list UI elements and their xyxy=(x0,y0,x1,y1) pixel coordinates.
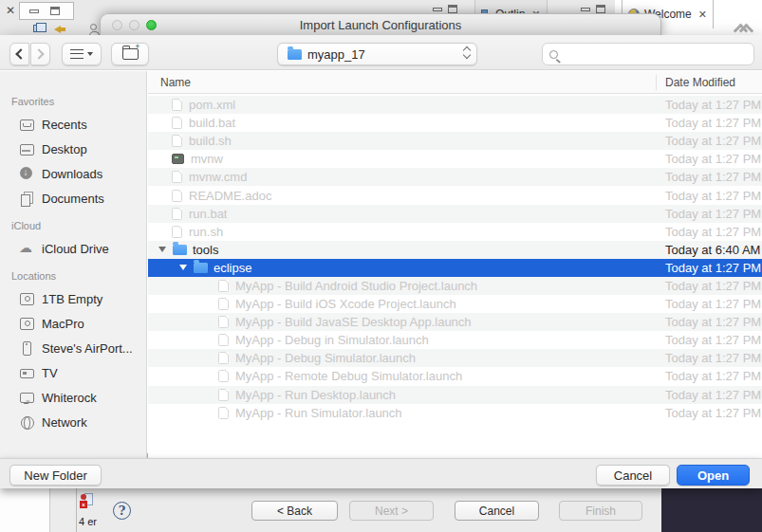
disclosure-triangle-icon[interactable] xyxy=(179,265,187,270)
location-popup[interactable]: myapp_17 xyxy=(277,43,477,65)
date-modified: Today at 1:27 PM xyxy=(665,152,761,166)
file-row-myapp-debug-simulator-launch[interactable]: MyApp - Debug Simulator.launchToday at 1… xyxy=(148,349,762,367)
disclosure-triangle-icon[interactable] xyxy=(158,247,166,252)
sidebar-item-documents[interactable]: Documents xyxy=(0,186,146,211)
traffic-lights xyxy=(112,20,157,30)
sidebar-item-desktop[interactable]: Desktop xyxy=(0,137,146,161)
new-folder-toolbar-button[interactable] xyxy=(111,43,149,65)
search-input[interactable] xyxy=(558,45,753,64)
document-icon xyxy=(172,135,182,147)
zoom-window-button[interactable] xyxy=(146,20,157,30)
file-name: mvnw.cmd xyxy=(189,170,247,184)
file-row-myapp-debug-in-simulator-launch[interactable]: MyApp - Debug in Simulator.launchToday a… xyxy=(148,331,762,349)
view-mode-button[interactable] xyxy=(62,43,102,65)
file-name: pom.xml xyxy=(189,98,235,112)
maximize-icon[interactable] xyxy=(448,5,457,13)
windows-stack-icon[interactable] xyxy=(33,25,42,32)
sidebar-item-label: Whiterock xyxy=(42,391,97,405)
nav-back-button[interactable] xyxy=(9,43,29,65)
drive-icon xyxy=(19,316,34,331)
file-row-build-sh[interactable]: build.shToday at 1:27 PM xyxy=(148,132,762,150)
file-row-myapp-run-desktop-launch[interactable]: MyApp - Run Desktop.launchToday at 1:27 … xyxy=(148,386,762,404)
list-header[interactable]: Name Date Modified xyxy=(148,71,762,94)
wizard-cancel-button[interactable]: Cancel xyxy=(455,501,539,521)
sidebar-item-recents[interactable]: Recents xyxy=(0,112,146,137)
open-button[interactable]: Open xyxy=(677,465,750,486)
restore-chevrons-icon[interactable] xyxy=(735,26,749,34)
file-row-readme-adoc[interactable]: README.adocToday at 1:27 PM xyxy=(148,186,762,204)
person-icon[interactable] xyxy=(90,24,97,30)
executable-file-icon xyxy=(172,154,184,164)
document-icon xyxy=(218,334,229,346)
cloud-icon xyxy=(19,241,34,256)
sidebar-item-icloud-drive[interactable]: iCloud Drive xyxy=(0,236,146,261)
finish-button: Finish xyxy=(559,501,642,521)
problems-icon[interactable]: x xyxy=(80,493,95,508)
date-modified: Today at 1:27 PM xyxy=(665,388,761,402)
file-row-mvnw[interactable]: mvnwToday at 1:27 PM xyxy=(148,150,762,168)
sidebar-item-steve-s-airport-[interactable]: Steve's AirPort... xyxy=(0,336,146,360)
maximize-icon[interactable] xyxy=(50,7,60,15)
minimize-icon[interactable] xyxy=(29,9,39,13)
sidebar-item-whiterock[interactable]: Whiterock xyxy=(0,385,146,410)
sidebar-section-label: iCloud xyxy=(11,220,146,231)
file-row-myapp-run-simulator-launch[interactable]: MyApp - Run Simulator.launchToday at 1:2… xyxy=(148,404,762,422)
sidebar-item-network[interactable]: Network xyxy=(0,410,146,434)
sidebar-section-label: Favorites xyxy=(11,96,146,107)
file-row-myapp-build-android-studio-project-launch[interactable]: MyApp - Build Android Studio Project.lau… xyxy=(148,277,762,295)
document-icon xyxy=(172,190,182,202)
file-row-run-bat[interactable]: run.batToday at 1:27 PM xyxy=(148,205,762,223)
back-arrow-icon[interactable] xyxy=(54,26,61,33)
sidebar-item-1tb-empty[interactable]: 1TB Empty xyxy=(0,286,146,311)
display-icon xyxy=(19,390,34,405)
file-row-myapp-build-ios-xcode-project-launch[interactable]: MyApp - Build iOS Xcode Project.launchTo… xyxy=(148,295,762,313)
file-row-run-sh[interactable]: run.shToday at 1:27 PM xyxy=(148,223,762,241)
popup-chevrons-icon xyxy=(464,47,470,58)
file-row-pom-xml[interactable]: pom.xmlToday at 1:27 PM xyxy=(148,96,762,114)
date-modified: Today at 1:27 PM xyxy=(665,261,761,275)
sidebar-item-label: 1TB Empty xyxy=(42,292,102,306)
cancel-button[interactable]: Cancel xyxy=(596,465,670,486)
maximize-icon[interactable] xyxy=(596,5,605,13)
document-icon xyxy=(218,389,229,401)
file-name: run.bat xyxy=(189,207,227,221)
file-row-myapp-build-javase-desktop-app-launch[interactable]: MyApp - Build JavaSE Desktop App.launchT… xyxy=(148,313,762,331)
date-modified: Today at 1:27 PM xyxy=(665,351,761,365)
date-modified: Today at 1:27 PM xyxy=(665,189,761,203)
folder-row-tools[interactable]: toolsToday at 6:40 AM xyxy=(148,241,762,259)
minimize-icon[interactable] xyxy=(433,8,442,11)
close-icon[interactable]: ✕ xyxy=(698,9,707,21)
column-header-date[interactable]: Date Modified xyxy=(665,76,735,89)
sidebar-item-downloads[interactable]: Downloads xyxy=(0,161,146,186)
tv-icon xyxy=(19,365,34,380)
file-row-mvnw-cmd[interactable]: mvnw.cmdToday at 1:27 PM xyxy=(148,168,762,186)
recents-icon xyxy=(19,117,34,132)
dialog-footer: New Folder Cancel Open xyxy=(0,458,762,488)
sidebar-item-tv[interactable]: TV xyxy=(0,360,146,385)
error-count-label: 4 er xyxy=(79,516,97,527)
file-row-myapp-remote-debug-simulator-launch[interactable]: MyApp - Remote Debug Simulator.launchTod… xyxy=(148,367,762,385)
search-field[interactable] xyxy=(542,43,754,65)
close-icon[interactable]: ✕ xyxy=(6,4,15,17)
back-button[interactable]: < Back xyxy=(251,501,338,521)
file-name: build.bat xyxy=(189,116,235,130)
nav-forward-button[interactable] xyxy=(30,43,50,65)
folder-icon xyxy=(288,49,302,60)
file-row-build-bat[interactable]: build.batToday at 1:27 PM xyxy=(148,114,762,132)
folder-row-eclipse[interactable]: eclipseToday at 1:27 PM xyxy=(148,259,762,277)
date-modified: Today at 1:27 PM xyxy=(665,333,761,347)
help-button[interactable]: ? xyxy=(113,502,131,520)
file-name: MyApp - Build JavaSE Desktop App.launch xyxy=(235,315,472,329)
column-header-name[interactable]: Name xyxy=(160,76,191,89)
file-name: MyApp - Remote Debug Simulator.launch xyxy=(235,369,462,383)
sidebar-item-label: TV xyxy=(42,366,58,380)
column-separator[interactable] xyxy=(656,75,657,90)
document-icon xyxy=(218,407,229,419)
sidebar-item-macpro[interactable]: MacPro xyxy=(0,311,146,336)
dialog-titlebar[interactable]: Import Launch Configurations xyxy=(100,13,661,36)
sidebar-item-label: Desktop xyxy=(42,142,87,156)
next-button: Next > xyxy=(349,501,434,521)
minimize-icon[interactable] xyxy=(581,8,590,11)
new-folder-button[interactable]: New Folder xyxy=(9,465,102,486)
file-list: Name Date Modified pom.xmlToday at 1:27 … xyxy=(148,71,762,458)
